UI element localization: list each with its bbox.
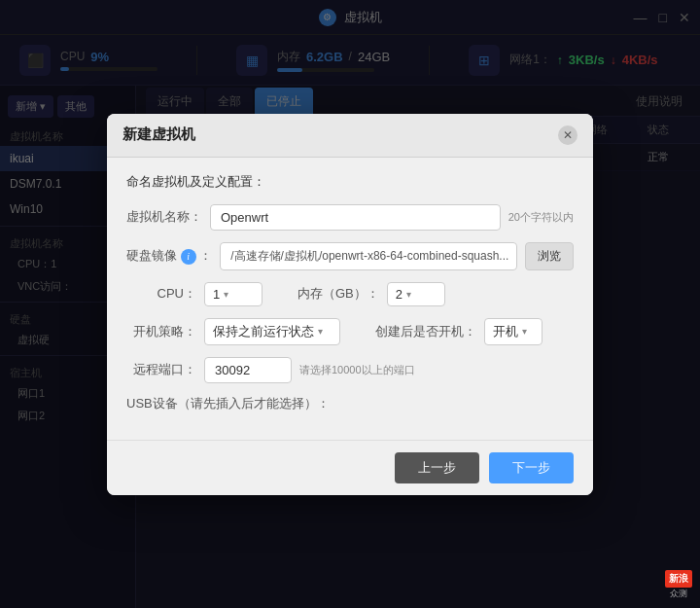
vm-name-row: 虚拟机名称： 20个字符以内 <box>126 204 574 231</box>
memory-select[interactable]: 2 ▾ <box>387 282 445 306</box>
memory-arrow-icon: ▾ <box>406 289 411 300</box>
cpu-form-label: CPU： <box>126 285 196 303</box>
watermark-sina: 新浪 <box>665 570 692 588</box>
disk-value: /高速存储/虚拟机/openwrt-x86-64-combined-squash… <box>220 242 517 270</box>
usb-row: USB设备（请先插入后才能选择）： <box>126 395 574 412</box>
port-hint: 请选择10000以上的端口 <box>299 363 415 377</box>
new-vm-modal: 新建虚拟机 ✕ 命名虚拟机及定义配置： 虚拟机名称： 20个字符以内 硬盘镜像 … <box>107 114 593 495</box>
vm-name-input[interactable] <box>210 204 501 231</box>
memory-form-label: 内存（GB）： <box>298 285 379 303</box>
disk-label: 硬盘镜像 i ： <box>126 247 212 265</box>
watermark-text: 众测 <box>670 588 687 600</box>
prev-button[interactable]: 上一步 <box>395 452 479 483</box>
browse-button[interactable]: 浏览 <box>525 242 574 270</box>
modal-overlay: 新建虚拟机 ✕ 命名虚拟机及定义配置： 虚拟机名称： 20个字符以内 硬盘镜像 … <box>0 0 700 608</box>
modal-close-button[interactable]: ✕ <box>558 125 578 145</box>
port-input[interactable] <box>204 357 292 383</box>
modal-section-title: 命名虚拟机及定义配置： <box>126 173 574 191</box>
cpu-arrow-icon: ▾ <box>224 289 228 300</box>
modal-title: 新建虚拟机 <box>122 125 195 144</box>
auto-start-arrow-icon: ▾ <box>522 326 527 337</box>
watermark: 新浪 众测 <box>665 570 692 600</box>
auto-start-select[interactable]: 开机 ▾ <box>484 318 542 345</box>
strategy-select[interactable]: 保持之前运行状态 ▾ <box>204 318 340 345</box>
port-row: 远程端口： 请选择10000以上的端口 <box>126 357 574 383</box>
vm-name-hint: 20个字符以内 <box>508 210 574 225</box>
strategy-arrow-icon: ▾ <box>318 326 323 337</box>
disk-info-icon[interactable]: i <box>181 249 196 265</box>
vm-name-label: 虚拟机名称： <box>126 208 202 226</box>
modal-body: 命名虚拟机及定义配置： 虚拟机名称： 20个字符以内 硬盘镜像 i ： /高速存… <box>107 158 593 440</box>
strategy-row: 开机策略： 保持之前运行状态 ▾ 创建后是否开机： 开机 ▾ <box>126 318 574 345</box>
auto-start-label: 创建后是否开机： <box>375 323 476 340</box>
cpu-memory-row: CPU： 1 ▾ 内存（GB）： 2 ▾ <box>126 282 574 306</box>
next-button[interactable]: 下一步 <box>489 452 574 483</box>
modal-header: 新建虚拟机 ✕ <box>107 114 593 158</box>
usb-label: USB设备（请先插入后才能选择）： <box>126 395 330 412</box>
strategy-label: 开机策略： <box>126 323 196 340</box>
modal-footer: 上一步 下一步 <box>107 440 593 495</box>
disk-image-row: 硬盘镜像 i ： /高速存储/虚拟机/openwrt-x86-64-combin… <box>126 242 574 270</box>
cpu-select[interactable]: 1 ▾ <box>204 282 262 306</box>
port-label: 远程端口： <box>126 361 196 378</box>
